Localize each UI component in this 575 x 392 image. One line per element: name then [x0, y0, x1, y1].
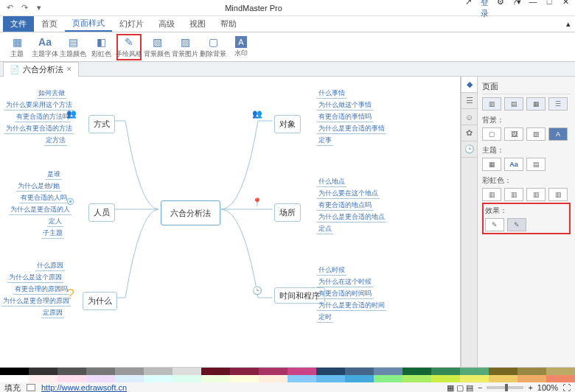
leaf[interactable]: 为什么是更合适的时间: [317, 301, 386, 311]
minimize-icon[interactable]: —: [528, 0, 538, 19]
ribbon-rainbow[interactable]: ◧彩虹色: [88, 34, 114, 60]
leaf[interactable]: 有更合适的地点吗: [317, 200, 373, 211]
ribbon-removebg[interactable]: ▢删除背景: [201, 34, 226, 60]
leaf[interactable]: 是谁: [46, 169, 62, 180]
leaf[interactable]: 为什么要在这个地点: [317, 189, 380, 199]
ribbon-bgimage[interactable]: ▨背景图片: [172, 34, 198, 60]
login-link[interactable]: 登录: [479, 0, 489, 19]
leaf[interactable]: 有更合适的时间吗: [317, 289, 373, 299]
leaf[interactable]: 有更合适的人吗: [19, 193, 69, 203]
settings-icon[interactable]: ⚙: [495, 0, 506, 19]
leaf[interactable]: 为什么是这个原因: [7, 273, 63, 283]
menu-help[interactable]: 帮助: [213, 16, 244, 32]
fill-swatch[interactable]: [27, 384, 35, 391]
node-center[interactable]: 六合分析法: [161, 200, 220, 225]
ribbon-themefont[interactable]: Aa主题字体: [32, 34, 58, 60]
sidetab-outline[interactable]: ☰: [461, 93, 477, 109]
sidetab-style[interactable]: ◆: [461, 77, 477, 93]
theme-thumb[interactable]: Aa: [504, 158, 523, 171]
sidetab-history[interactable]: 🕒: [461, 141, 477, 158]
view-icons[interactable]: ▦ ▢ ▤: [447, 383, 473, 393]
node-main-duixiang[interactable]: 对象: [274, 115, 301, 133]
effect-normal[interactable]: ✎: [485, 218, 504, 231]
leaf[interactable]: 为什么要采用这个方法: [4, 100, 74, 111]
bg-thumb[interactable]: A: [548, 127, 568, 141]
leaf[interactable]: 为什么是更合理的原因: [1, 296, 71, 307]
leaf[interactable]: 定时: [317, 312, 333, 323]
leaf[interactable]: 有更合理的原因吗: [13, 284, 69, 295]
leaf[interactable]: 为什么是更合适的事情: [317, 124, 386, 134]
leaf[interactable]: 为什么是他/她: [16, 181, 61, 192]
leaf[interactable]: 什么事情: [317, 88, 346, 99]
menu-pagestyle[interactable]: 页面样式: [65, 16, 112, 32]
ribbon-bgcolor[interactable]: ▧背景颜色: [144, 34, 170, 60]
bg-thumb[interactable]: 🖼: [504, 127, 523, 141]
menu-view[interactable]: 视图: [182, 16, 213, 32]
sidetab-clipart[interactable]: ✿: [461, 125, 477, 141]
status-url[interactable]: http://www.edrawsoft.cn: [41, 383, 127, 392]
ribbon-themecolor[interactable]: ▤主题颜色: [60, 34, 86, 60]
zoom-out-icon[interactable]: −: [478, 383, 482, 392]
leaf[interactable]: 有更合适的方法吗: [15, 112, 71, 122]
leaf[interactable]: 定点: [317, 224, 333, 234]
ribbon-collapse-icon[interactable]: ▴: [566, 19, 571, 29]
theme-thumb[interactable]: ▦: [482, 158, 501, 171]
leaf[interactable]: 为什么有更合适的方法: [4, 124, 74, 134]
doc-tab-close-icon[interactable]: ✕: [66, 66, 72, 73]
redo-icon[interactable]: ↷: [19, 3, 29, 13]
undo-icon[interactable]: ↶: [4, 3, 15, 13]
leaf[interactable]: 定原因: [41, 308, 64, 318]
rainbow-thumb[interactable]: ▥: [482, 188, 501, 201]
leaf[interactable]: 定人: [47, 217, 63, 227]
maximize-icon[interactable]: □: [544, 0, 554, 19]
leaf[interactable]: 什么原因: [35, 261, 65, 271]
menu-slideshow[interactable]: 幻灯片: [112, 16, 151, 32]
leaf[interactable]: 如何去做: [37, 88, 66, 99]
rainbow-thumb[interactable]: ▥: [548, 188, 568, 201]
leaf[interactable]: 为什么是更合适的人: [9, 205, 72, 215]
leaf[interactable]: 定事: [317, 136, 333, 146]
rainbow-thumb[interactable]: ▥: [526, 188, 546, 201]
node-main-changsuo[interactable]: 场所: [274, 203, 301, 222]
color-icon: ▤: [66, 35, 80, 49]
node-main-weishenme[interactable]: 为什么: [83, 292, 117, 310]
layout-thumb[interactable]: ▤: [504, 97, 523, 111]
bg-thumb[interactable]: ▨: [526, 127, 546, 141]
leaf[interactable]: 为什么是更合适的地点: [317, 212, 386, 223]
layout-thumb[interactable]: ▦: [526, 97, 546, 111]
color-palette-dark[interactable]: [0, 368, 575, 375]
ribbon-watermark[interactable]: A水印: [229, 34, 254, 60]
watermark-icon: A: [235, 36, 247, 48]
leaf[interactable]: 有更合适的事情吗: [317, 112, 373, 122]
ribbon-theme[interactable]: ▦主题: [4, 34, 29, 60]
canvas[interactable]: 六合分析法 方式 人员 为什么 对象 场所 时间和程序 👥 ⦿ ? 👥 📍 🕒 …: [0, 77, 461, 377]
ribbon-handdrawn[interactable]: ✎手绘风格: [116, 34, 142, 60]
menu-advanced[interactable]: 高级: [151, 16, 182, 32]
leaf[interactable]: 为什么做这个事情: [317, 100, 373, 111]
help-dropdown-icon[interactable]: ?▾: [512, 0, 522, 19]
leaf[interactable]: 定方法: [44, 136, 67, 146]
theme-thumb[interactable]: ▤: [526, 158, 546, 171]
rainbow-thumb[interactable]: ▥: [504, 188, 523, 201]
bgcolor-icon: ▧: [150, 35, 164, 49]
sidetab-icons[interactable]: ☺: [461, 109, 477, 125]
leaf[interactable]: 为什么在这个时候: [317, 277, 373, 287]
leaf[interactable]: 什么地点: [317, 177, 346, 187]
leaf[interactable]: 子主题: [41, 228, 64, 239]
layout-thumb[interactable]: ▥: [482, 97, 501, 111]
menu-home[interactable]: 首页: [34, 16, 65, 32]
node-main-renyuan[interactable]: 人员: [88, 203, 115, 222]
bg-thumb[interactable]: ▢: [482, 127, 501, 141]
doc-tab[interactable]: 📄 六合分析法 ✕: [3, 62, 79, 77]
leaf[interactable]: 什么时候: [317, 265, 346, 276]
share-icon[interactable]: ↗: [463, 0, 473, 19]
qat-dropdown-icon[interactable]: ▾: [34, 3, 44, 13]
menu-file[interactable]: 文件: [3, 16, 34, 32]
effect-handdrawn[interactable]: ✎: [507, 218, 526, 231]
layout-thumb[interactable]: ☰: [548, 97, 568, 111]
zoom-in-icon[interactable]: +: [528, 383, 532, 392]
fullscreen-icon[interactable]: ⛶: [562, 383, 571, 392]
zoom-slider[interactable]: [487, 386, 523, 389]
color-palette-light[interactable]: [0, 375, 575, 382]
node-main-fangshi[interactable]: 方式: [88, 115, 115, 133]
